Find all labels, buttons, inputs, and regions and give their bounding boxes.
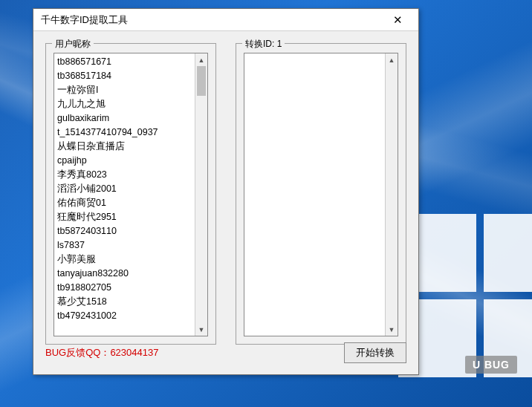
list-item[interactable]: t_1514377410794_0937: [57, 126, 192, 140]
bug-feedback-text: BUG反馈QQ：623044137: [45, 346, 158, 359]
list-item[interactable]: tb5872403110: [57, 224, 192, 238]
list-item[interactable]: 慕少艾1518: [57, 295, 192, 309]
list-item[interactable]: tb918802705: [57, 281, 192, 295]
list-item[interactable]: 从蝶日杂直播店: [57, 140, 192, 154]
usernames-listbox[interactable]: tb886571671tb368517184一粒弥留I九儿九之旭gulbaxik…: [54, 53, 195, 336]
list-item[interactable]: 滔滔小铺2001: [57, 182, 192, 196]
list-item[interactable]: tb886571671: [57, 55, 192, 69]
usernames-groupbox: 用户昵称 tb886571671tb368517184一粒弥留I九儿九之旭gul…: [45, 43, 216, 345]
start-convert-button[interactable]: 开始转换: [344, 342, 406, 363]
converted-groupbox: 转换ID: 1 ▲ ▼: [236, 43, 406, 345]
scroll-up-icon[interactable]: ▲: [195, 53, 207, 66]
close-button[interactable]: ✕: [383, 10, 412, 30]
list-item[interactable]: 李秀真8023: [57, 168, 192, 182]
window-title: 千牛数字ID提取工具: [41, 13, 128, 27]
list-item[interactable]: 佑佑商贸01: [57, 196, 192, 210]
desktop-background: U BUG 千牛数字ID提取工具 ✕ 用户昵称 tb886571671tb368…: [0, 0, 532, 407]
list-item[interactable]: 小郭美服: [57, 253, 192, 267]
watermark-badge: U BUG: [465, 356, 517, 374]
close-icon: ✕: [393, 13, 403, 27]
scroll-down-icon[interactable]: ▼: [195, 323, 207, 336]
converted-listbox[interactable]: [244, 53, 385, 336]
converted-legend: 转换ID: 1: [242, 38, 285, 51]
client-area: 用户昵称 tb886571671tb368517184一粒弥留I九儿九之旭gul…: [33, 31, 418, 374]
scroll-up-icon[interactable]: ▲: [386, 53, 398, 66]
usernames-list-container: tb886571671tb368517184一粒弥留I九儿九之旭gulbaxik…: [53, 53, 208, 336]
app-window: 千牛数字ID提取工具 ✕ 用户昵称 tb886571671tb368517184…: [33, 8, 419, 375]
converted-list-container: ▲ ▼: [244, 53, 398, 336]
list-item[interactable]: tb4792431002: [57, 309, 192, 323]
list-item[interactable]: gulbaxikarim: [57, 111, 192, 126]
list-item[interactable]: ls7837: [57, 238, 192, 253]
titlebar[interactable]: 千牛数字ID提取工具 ✕: [33, 9, 418, 31]
usernames-legend: 用户昵称: [52, 38, 94, 51]
converted-scrollbar[interactable]: ▲ ▼: [385, 53, 398, 336]
scroll-down-icon[interactable]: ▼: [386, 323, 398, 336]
list-item[interactable]: 九儿九之旭: [57, 97, 192, 111]
list-item[interactable]: 狂魔时代2951: [57, 210, 192, 224]
list-item[interactable]: tb368517184: [57, 69, 192, 83]
list-item[interactable]: cpaijhp: [57, 154, 192, 168]
scroll-thumb[interactable]: [197, 66, 206, 96]
list-item[interactable]: 一粒弥留I: [57, 83, 192, 97]
list-item[interactable]: tanyajuan832280: [57, 267, 192, 281]
usernames-scrollbar[interactable]: ▲ ▼: [195, 53, 207, 336]
